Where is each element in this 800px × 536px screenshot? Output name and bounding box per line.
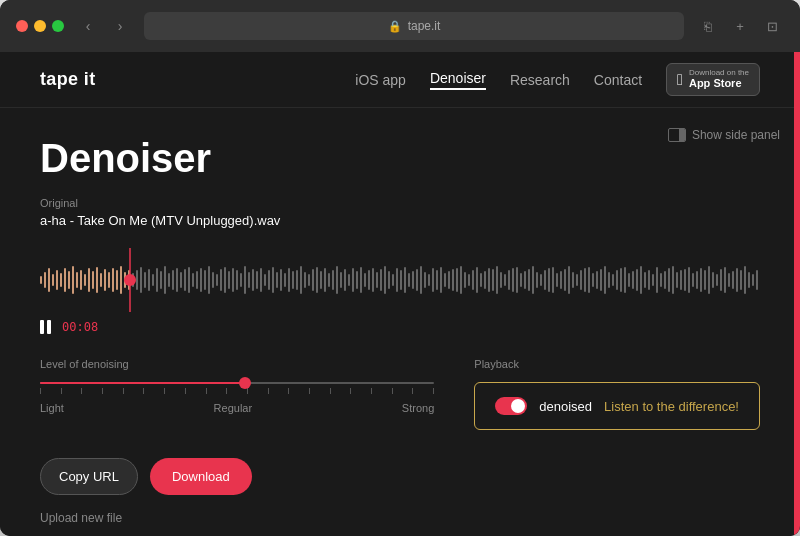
- svg-rect-151: [636, 269, 638, 291]
- traffic-lights: [16, 20, 64, 32]
- upload-link[interactable]: Upload new file: [40, 511, 122, 525]
- svg-rect-46: [216, 274, 218, 286]
- waveform-container[interactable]: [40, 248, 760, 312]
- svg-rect-22: [120, 266, 122, 294]
- forward-button[interactable]: ›: [108, 14, 132, 38]
- show-side-panel-button[interactable]: Show side panel: [668, 128, 780, 142]
- denoised-toggle[interactable]: [495, 397, 527, 415]
- slider-ticks: [40, 388, 434, 394]
- tick: [40, 388, 41, 394]
- svg-point-183: [124, 274, 136, 286]
- svg-rect-150: [632, 271, 634, 289]
- download-button[interactable]: Download: [150, 458, 252, 495]
- slider-thumb[interactable]: [239, 377, 251, 389]
- listen-difference-link[interactable]: Listen to the difference!: [604, 399, 739, 414]
- maximize-button[interactable]: [52, 20, 64, 32]
- svg-rect-93: [404, 267, 406, 293]
- waveform-svg: [40, 248, 760, 312]
- nav-ios-app[interactable]: iOS app: [355, 72, 406, 88]
- svg-rect-124: [528, 269, 530, 291]
- tick: [371, 388, 372, 394]
- nav-research[interactable]: Research: [510, 72, 570, 88]
- tick: [226, 388, 227, 394]
- tick: [123, 388, 124, 394]
- svg-rect-152: [640, 266, 642, 294]
- denoising-label: Level of denoising: [40, 358, 434, 370]
- denoised-label: denoised: [539, 399, 592, 414]
- tick: [164, 388, 165, 394]
- svg-rect-131: [556, 273, 558, 287]
- svg-rect-6: [56, 270, 58, 290]
- close-button[interactable]: [16, 20, 28, 32]
- svg-rect-171: [716, 274, 718, 286]
- copy-url-button[interactable]: Copy URL: [40, 458, 138, 495]
- svg-rect-121: [516, 267, 518, 293]
- svg-rect-62: [280, 269, 282, 291]
- tick: [309, 388, 310, 394]
- app-store-button[interactable]:  Download on the App Store: [666, 63, 760, 96]
- svg-rect-70: [312, 269, 314, 291]
- controls-row: Level of denoising: [40, 358, 760, 430]
- url-display: tape.it: [408, 19, 441, 33]
- svg-rect-42: [200, 268, 202, 292]
- svg-rect-60: [272, 267, 274, 293]
- svg-rect-128: [544, 270, 546, 290]
- svg-rect-134: [568, 266, 570, 294]
- slider-label-light: Light: [40, 402, 64, 414]
- svg-rect-17: [100, 273, 102, 287]
- svg-rect-51: [236, 270, 238, 290]
- svg-rect-31: [156, 268, 158, 292]
- bottom-buttons: Copy URL Download: [40, 458, 760, 495]
- svg-rect-168: [704, 270, 706, 290]
- svg-rect-61: [276, 272, 278, 288]
- svg-rect-111: [476, 267, 478, 293]
- slider-container[interactable]: [40, 382, 434, 394]
- svg-rect-163: [684, 269, 686, 291]
- svg-rect-144: [608, 272, 610, 288]
- nav-denoiser[interactable]: Denoiser: [430, 70, 486, 90]
- svg-rect-147: [620, 268, 622, 292]
- svg-rect-9: [68, 271, 70, 289]
- svg-rect-18: [104, 269, 106, 291]
- svg-rect-145: [612, 274, 614, 286]
- svg-rect-101: [436, 270, 438, 290]
- svg-rect-88: [384, 266, 386, 294]
- svg-rect-39: [188, 267, 190, 293]
- nav-contact[interactable]: Contact: [594, 72, 642, 88]
- navbar: tape it iOS app Denoiser Research Contac…: [0, 52, 800, 108]
- svg-rect-73: [324, 268, 326, 292]
- svg-rect-41: [196, 271, 198, 289]
- playback-box: denoised Listen to the difference!: [474, 382, 760, 430]
- svg-rect-149: [628, 273, 630, 287]
- svg-rect-103: [444, 273, 446, 287]
- svg-rect-19: [108, 272, 110, 288]
- svg-rect-180: [752, 274, 754, 286]
- svg-rect-5: [52, 274, 54, 286]
- svg-rect-148: [624, 267, 626, 293]
- slider-label-strong: Strong: [402, 402, 434, 414]
- svg-rect-37: [180, 272, 182, 288]
- svg-rect-172: [720, 269, 722, 291]
- tick: [185, 388, 186, 394]
- svg-rect-71: [316, 267, 318, 293]
- app-store-text: Download on the App Store: [689, 69, 749, 90]
- playback-label: Playback: [474, 358, 760, 370]
- svg-rect-176: [736, 268, 738, 292]
- show-side-panel-label: Show side panel: [692, 128, 780, 142]
- minimize-button[interactable]: [34, 20, 46, 32]
- denoising-slider-section: Level of denoising: [40, 358, 434, 414]
- svg-rect-89: [388, 271, 390, 289]
- back-button[interactable]: ‹: [76, 14, 100, 38]
- svg-rect-161: [676, 272, 678, 288]
- svg-rect-98: [424, 272, 426, 288]
- address-bar[interactable]: 🔒 tape.it: [144, 12, 684, 40]
- svg-rect-66: [296, 270, 298, 290]
- share-button[interactable]: ⎗: [696, 14, 720, 38]
- pause-button[interactable]: [40, 320, 52, 334]
- brand-logo[interactable]: tape it: [40, 69, 355, 90]
- sidebar-toggle-button[interactable]: ⊡: [760, 14, 784, 38]
- svg-rect-13: [84, 274, 86, 286]
- new-tab-button[interactable]: +: [728, 14, 752, 38]
- svg-rect-99: [428, 274, 430, 286]
- svg-rect-77: [340, 272, 342, 288]
